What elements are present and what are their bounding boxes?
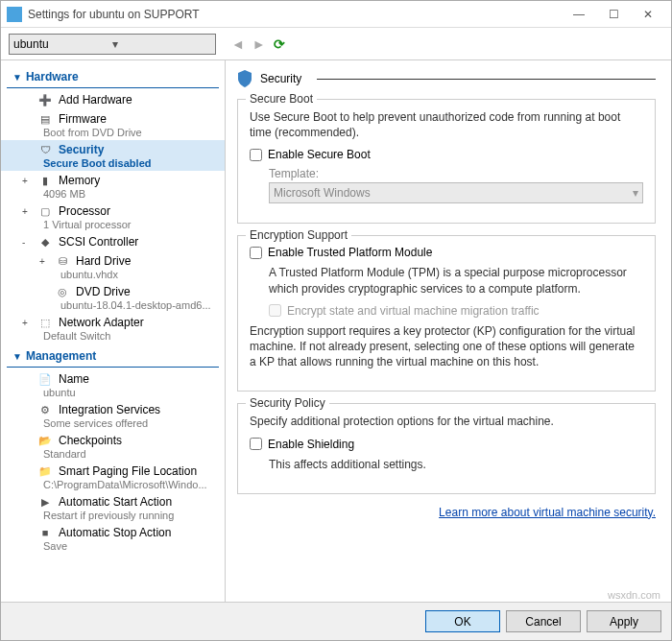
- sidebar-item-label: Automatic Stop Action: [59, 526, 171, 539]
- tree-expander-icon[interactable]: +: [22, 318, 32, 328]
- sidebar-item-label: Smart Paging File Location: [59, 464, 197, 478]
- smart-paging-file-location-icon: 📁: [37, 463, 53, 479]
- tree-expander-icon[interactable]: +: [39, 256, 49, 267]
- encrypt-state-label: Encrypt state and virtual machine migrat…: [287, 304, 540, 318]
- maximize-button[interactable]: ☐: [596, 1, 631, 28]
- sidebar-item-security[interactable]: 🛡SecuritySecure Boot disabled: [1, 140, 225, 171]
- sidebar-item-checkpoints[interactable]: 📂CheckpointsStandard: [1, 431, 225, 462]
- window-title: Settings for ubuntu on SUPPORT: [28, 8, 562, 21]
- sidebar-item-sub: 4096 MB: [22, 188, 221, 200]
- vm-selector-value: ubuntu: [13, 37, 112, 51]
- vm-selector[interactable]: ubuntu ▾: [9, 34, 216, 55]
- integration-services-icon: ⚙: [37, 402, 53, 417]
- template-select: Microsoft Windows ▾: [269, 182, 643, 203]
- hardware-header-label: Hardware: [26, 70, 79, 83]
- chevron-down-icon: ▾: [112, 37, 211, 51]
- tree-expander-icon[interactable]: +: [22, 206, 32, 217]
- sidebar-item-memory[interactable]: +▮Memory4096 MB: [1, 171, 225, 202]
- security-icon: 🛡: [37, 142, 53, 157]
- enable-shielding-checkbox[interactable]: [250, 438, 262, 450]
- sidebar-item-firmware[interactable]: ▤FirmwareBoot from DVD Drive: [1, 109, 225, 140]
- refresh-button[interactable]: ⟳: [274, 36, 285, 52]
- sidebar-item-network-adapter[interactable]: +⬚Network AdapterDefault Switch: [1, 313, 225, 344]
- sidebar-item-sub: Default Switch: [22, 330, 221, 342]
- encryption-legend: Encryption Support: [246, 228, 351, 242]
- nav-buttons: ◄ ► ⟳: [224, 36, 285, 52]
- toolbar: ubuntu ▾ ◄ ► ⟳: [1, 28, 671, 60]
- sidebar-item-automatic-stop-action[interactable]: ■Automatic Stop ActionSave: [1, 523, 225, 554]
- sidebar-item-label: Name: [59, 372, 89, 386]
- name-icon: 📄: [37, 371, 53, 387]
- learn-more-link[interactable]: Learn more about virtual machine securit…: [237, 506, 656, 519]
- sidebar-item-sub: Standard: [22, 448, 221, 460]
- security-policy-group: Security Policy Specify additional prote…: [237, 403, 656, 493]
- secure-boot-desc: Use Secure Boot to help prevent unauthor…: [250, 109, 643, 140]
- section-title-text: Security: [260, 72, 301, 85]
- cancel-button[interactable]: Cancel: [506, 610, 581, 632]
- app-icon: [7, 7, 22, 22]
- secure-boot-legend: Secure Boot: [246, 92, 317, 106]
- back-button[interactable]: ◄: [231, 36, 245, 52]
- sidebar-item-label: Firmware: [59, 112, 107, 126]
- sidebar-item-scsi-controller[interactable]: -◆SCSI Controller: [1, 232, 225, 251]
- security-policy-desc: Specify additional protection options fo…: [250, 414, 643, 429]
- main-body: ▼ Hardware ➕Add Hardware▤FirmwareBoot fr…: [1, 60, 671, 602]
- close-button[interactable]: ✕: [631, 1, 665, 28]
- tree-expander-icon[interactable]: +: [22, 176, 32, 186]
- sidebar-item-hard-drive[interactable]: +⛁Hard Driveubuntu.vhdx: [1, 251, 225, 282]
- network-adapter-icon: ⬚: [37, 315, 53, 330]
- watermark: wsxdn.com: [608, 589, 660, 601]
- footer: OK Cancel Apply: [1, 602, 671, 640]
- enable-tpm-checkbox[interactable]: [250, 247, 262, 259]
- sidebar-item-name[interactable]: 📄Nameubuntu: [1, 369, 225, 400]
- sidebar-item-label: Memory: [59, 174, 100, 187]
- sidebar-item-sub: ubuntu.vhdx: [39, 269, 221, 280]
- enable-secure-boot-checkbox[interactable]: [250, 149, 262, 161]
- hardware-header[interactable]: ▼ Hardware: [7, 66, 219, 88]
- tree-expander-icon[interactable]: -: [22, 237, 32, 248]
- sidebar-item-add-hardware[interactable]: ➕Add Hardware: [1, 90, 225, 109]
- enable-tpm-label: Enable Trusted Platform Module: [268, 246, 432, 259]
- sidebar-item-sub: Save: [22, 540, 221, 552]
- template-label: Template:: [269, 167, 643, 180]
- sidebar-item-label: Automatic Start Action: [59, 495, 172, 509]
- template-value: Microsoft Windows: [274, 186, 371, 200]
- ok-button[interactable]: OK: [425, 610, 500, 632]
- sidebar-item-integration-services[interactable]: ⚙Integration ServicesSome services offer…: [1, 400, 225, 431]
- enable-secure-boot-label: Enable Secure Boot: [268, 148, 371, 161]
- minimize-button[interactable]: —: [562, 1, 596, 28]
- management-header-label: Management: [26, 349, 96, 363]
- hard-drive-icon: ⛁: [55, 253, 70, 269]
- processor-icon: ▢: [37, 203, 53, 219]
- sidebar-item-automatic-start-action[interactable]: ▶Automatic Start ActionRestart if previo…: [1, 492, 225, 523]
- firmware-icon: ▤: [37, 111, 53, 127]
- enable-shielding-label: Enable Shielding: [268, 438, 354, 451]
- automatic-start-action-icon: ▶: [37, 494, 53, 510]
- memory-icon: ▮: [37, 173, 53, 188]
- sidebar-item-sub: Restart if previously running: [22, 510, 221, 521]
- divider: [317, 79, 656, 80]
- section-title: Security: [237, 70, 656, 87]
- sidebar-item-label: Security: [59, 143, 104, 156]
- sidebar-item-label: DVD Drive: [76, 285, 131, 298]
- sidebar-item-sub: ubuntu-18.04.1-desktop-amd6...: [39, 299, 221, 311]
- scsi-controller-icon: ◆: [37, 234, 53, 249]
- management-header[interactable]: ▼ Management: [7, 345, 219, 368]
- sidebar-item-smart-paging-file-location[interactable]: 📁Smart Paging File LocationC:\ProgramDat…: [1, 462, 225, 492]
- sidebar-item-label: Checkpoints: [59, 434, 122, 447]
- sidebar-item-label: Add Hardware: [59, 93, 132, 107]
- add-hardware-icon: ➕: [37, 92, 53, 107]
- shield-icon: [237, 70, 252, 87]
- sidebar-item-dvd-drive[interactable]: ◎DVD Driveubuntu-18.04.1-desktop-amd6...: [1, 282, 225, 313]
- sidebar-item-processor[interactable]: +▢Processor1 Virtual processor: [1, 202, 225, 232]
- checkpoints-icon: 📂: [37, 433, 53, 448]
- collapse-icon[interactable]: ▼: [12, 72, 22, 83]
- collapse-icon[interactable]: ▼: [12, 351, 22, 362]
- security-policy-legend: Security Policy: [246, 396, 329, 410]
- encryption-group: Encryption Support Enable Trusted Platfo…: [237, 235, 656, 392]
- apply-button[interactable]: Apply: [587, 610, 661, 632]
- forward-button[interactable]: ►: [252, 36, 266, 52]
- chevron-down-icon: ▾: [633, 186, 638, 200]
- sidebar-item-label: Network Adapter: [59, 316, 144, 329]
- titlebar: Settings for ubuntu on SUPPORT — ☐ ✕: [1, 1, 671, 28]
